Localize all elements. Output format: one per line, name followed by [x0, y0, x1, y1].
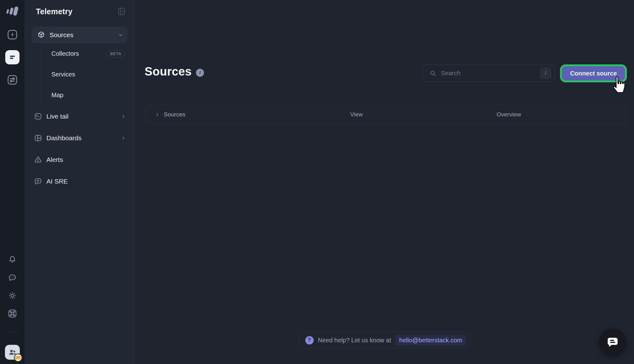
sidebar-title: Telemetry	[36, 7, 72, 16]
chevron-right-icon	[120, 113, 126, 119]
uptime-lightning-icon[interactable]	[6, 28, 19, 41]
settings-sliders-icon[interactable]	[6, 74, 19, 86]
alert-triangle-icon	[34, 156, 42, 164]
main-content: Sources i / Connect source Sources View …	[135, 0, 634, 364]
slash-shortcut-key: /	[540, 67, 551, 79]
sidebar-item-label: Collectors	[51, 50, 79, 57]
telemetry-sidebar: Telemetry Sources	[25, 0, 135, 364]
telemetry-app: DR Telemetry	[0, 0, 634, 364]
chevron-right-icon	[120, 135, 126, 141]
sidebar-nav: Sources Collectors BETA Services Map	[25, 27, 134, 192]
sidebar-item-label: Dashboards	[46, 134, 81, 142]
terminal-icon	[34, 112, 42, 120]
beta-badge: BETA	[106, 50, 125, 58]
sidebar-header: Telemetry	[25, 0, 134, 17]
telemetry-logs-icon[interactable]	[5, 50, 20, 64]
feedback-chat-icon[interactable]	[7, 273, 17, 283]
sidebar-item-alerts[interactable]: Alerts	[25, 149, 134, 171]
theme-sun-icon[interactable]	[7, 291, 17, 301]
nav-tree-line	[41, 46, 41, 103]
column-header-view: View	[350, 111, 363, 118]
page-title-row: Sources i	[145, 65, 204, 78]
page-title: Sources	[145, 65, 192, 78]
avatar-initials-badge: DR	[14, 353, 22, 362]
collapse-panel-icon[interactable]	[117, 7, 126, 16]
user-avatar[interactable]: DR	[5, 345, 20, 360]
chevron-right-icon	[155, 112, 160, 117]
cube-icon	[37, 31, 45, 39]
notifications-bell-icon[interactable]	[7, 255, 17, 265]
sidebar-item-label: Live tail	[46, 113, 68, 120]
sidebar-item-collectors[interactable]: Collectors BETA	[25, 43, 134, 64]
sidebar-item-label: Alerts	[46, 156, 63, 163]
rail-bottom-group: DR	[5, 255, 20, 364]
connect-source-button[interactable]: Connect source	[562, 66, 625, 80]
sidebar-item-services[interactable]: Services	[25, 64, 134, 85]
shortcuts-command-icon[interactable]	[7, 309, 17, 318]
search-box[interactable]: /	[423, 65, 555, 82]
sidebar-item-label: Sources	[50, 31, 73, 39]
column-header-sources: Sources	[164, 111, 185, 118]
question-icon: ?	[305, 336, 314, 344]
icon-rail: DR	[0, 0, 25, 364]
ai-chat-icon	[34, 177, 42, 185]
help-bar: ? Need help? Let us know at hello@better…	[298, 332, 471, 349]
sidebar-item-sources[interactable]: Sources	[32, 27, 128, 43]
help-text: Need help? Let us know at	[318, 337, 391, 344]
sidebar-item-label: Map	[51, 92, 63, 99]
chat-widget-button[interactable]	[599, 328, 626, 356]
sidebar-item-label: AI SRE	[46, 178, 68, 185]
sources-table-header: Sources View Overview	[145, 104, 627, 125]
sidebar-item-label: Services	[51, 71, 75, 78]
sidebar-item-map[interactable]: Map	[25, 85, 134, 106]
search-input[interactable]	[441, 70, 540, 77]
betterstack-logo-icon[interactable]	[5, 4, 20, 17]
sidebar-item-ai-sre[interactable]: AI SRE	[25, 171, 134, 192]
rail-top-group	[5, 28, 20, 86]
info-icon[interactable]: i	[196, 69, 204, 77]
rail-divider	[6, 332, 19, 332]
dashboard-grid-icon	[34, 134, 42, 142]
sidebar-item-dashboards[interactable]: Dashboards	[25, 127, 134, 149]
sidebar-item-live-tail[interactable]: Live tail	[25, 106, 134, 127]
help-email-link[interactable]: hello@betterstack.com	[396, 335, 466, 346]
table-group-sources[interactable]: Sources	[155, 111, 185, 118]
search-icon	[430, 70, 436, 77]
chevron-down-icon	[118, 32, 124, 38]
column-header-overview: Overview	[497, 111, 521, 118]
